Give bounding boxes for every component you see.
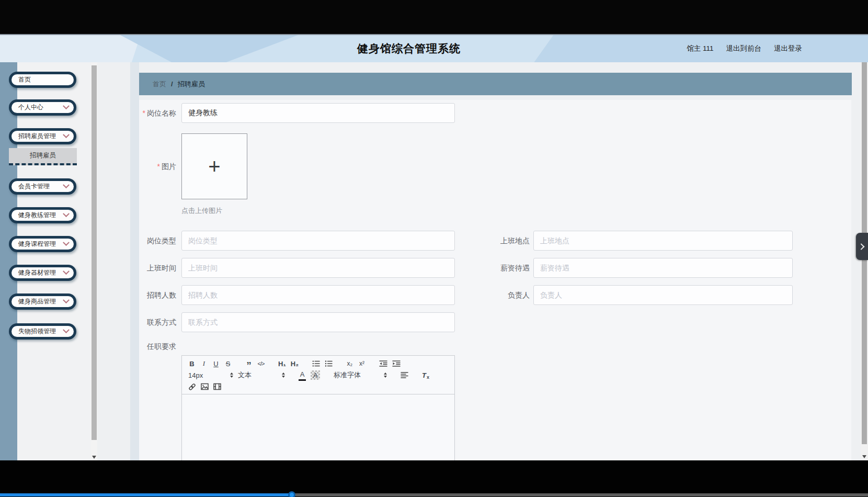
job-name-input[interactable]	[181, 103, 455, 123]
requirements-editor: B I U S ” </> H₁ H₂	[181, 355, 455, 460]
required-marker: *	[143, 109, 145, 117]
sidebar-item-label: 个人中心	[18, 103, 43, 112]
app-header: 健身馆综合管理系统 馆主 111 退出到前台 退出登录	[0, 34, 868, 62]
chevron-down-icon	[63, 210, 70, 217]
toolbar-row-2: 14px 文本 A A 标准字体	[188, 369, 448, 381]
principal-label: 负责人	[495, 285, 530, 305]
italic-button[interactable]: I	[200, 359, 208, 368]
chevron-down-icon	[63, 182, 70, 188]
work-time-label: 上班时间	[139, 258, 176, 278]
logout-link[interactable]: 退出登录	[774, 44, 802, 53]
clean-t: T	[422, 371, 426, 379]
bullet-list-icon[interactable]	[325, 359, 333, 368]
chevron-down-icon	[63, 297, 70, 303]
select-arrows-icon	[384, 372, 387, 378]
select-arrows-icon	[230, 372, 233, 378]
indent-icon[interactable]	[392, 359, 401, 368]
sidebar-item-goods-management[interactable]: 健身商品管理	[9, 293, 76, 310]
code-block-button[interactable]: </>	[257, 359, 265, 368]
sidebar-item-course-management[interactable]: 健身课程管理	[9, 236, 76, 252]
paragraph-value: 文本	[238, 370, 252, 380]
current-user-label: 馆主 111	[687, 44, 713, 53]
sidebar-item-equipment-management[interactable]: 健身器材管理	[9, 265, 76, 281]
image-upload-box[interactable]: +	[181, 133, 247, 199]
sidebar-item-label: 健身商品管理	[18, 297, 56, 306]
bottom-letterbox-bar	[0, 460, 868, 497]
header2-button[interactable]: H₂	[291, 359, 299, 368]
sidebar-subitem-label: 招聘雇员	[30, 151, 56, 160]
chevron-down-icon	[63, 103, 70, 109]
scroll-down-arrow-icon[interactable]	[92, 456, 96, 459]
sidebar-item-label: 会员卡管理	[18, 182, 50, 191]
principal-input[interactable]	[533, 285, 793, 305]
job-type-input[interactable]	[181, 231, 455, 251]
sidebar-item-home[interactable]: 首页	[9, 72, 76, 88]
sidebar-item-label: 健身器材管理	[18, 268, 56, 277]
exit-to-front-link[interactable]: 退出到前台	[726, 44, 762, 53]
clean-x: x	[427, 375, 429, 380]
chevron-down-icon	[63, 326, 70, 333]
sidebar-item-member-card-management[interactable]: 会员卡管理	[9, 178, 76, 195]
ordered-list-icon[interactable]	[312, 359, 320, 368]
breadcrumb-separator: /	[171, 80, 173, 88]
underline-button[interactable]: U	[212, 359, 220, 368]
bold-button[interactable]: B	[188, 359, 196, 368]
work-time-input[interactable]	[181, 258, 455, 278]
chevron-down-icon	[63, 268, 70, 275]
video-progress-played	[0, 493, 289, 496]
sidebar-item-label: 招聘雇员管理	[18, 132, 56, 141]
toolbar-row-1: B I U S ” </> H₁ H₂	[188, 358, 448, 369]
recruit-count-label: 招聘人数	[139, 285, 176, 305]
align-icon[interactable]	[401, 370, 408, 380]
font-size-select[interactable]: 14px	[188, 371, 233, 379]
sidebar-item-lost-found-management[interactable]: 失物招领管理	[9, 323, 76, 340]
sidebar-item-label: 健身教练管理	[18, 211, 56, 220]
header-links: 馆主 111 退出到前台 退出登录	[687, 35, 802, 62]
sidebar-item-label: 健身课程管理	[18, 240, 56, 249]
superscript-button[interactable]: x²	[358, 359, 366, 368]
font-family-value: 标准字体	[334, 370, 361, 380]
sidebar-item-label: 首页	[18, 75, 31, 84]
font-size-value: 14px	[188, 371, 203, 379]
strikethrough-button[interactable]: S	[224, 359, 232, 368]
sidebar-item-coach-management[interactable]: 健身教练管理	[9, 207, 76, 223]
clean-format-button[interactable]: Tx	[422, 370, 429, 380]
scroll-down-arrow-icon[interactable]	[862, 455, 866, 458]
work-place-label: 上班地点	[495, 231, 530, 251]
sidebar-item-recruit-management[interactable]: 招聘雇员管理	[9, 128, 76, 144]
requirements-label: 任职要求	[139, 341, 176, 352]
salary-input[interactable]	[533, 258, 793, 278]
breadcrumb-home[interactable]: 首页	[153, 80, 166, 89]
sidebar-item-personal-center[interactable]: 个人中心	[9, 99, 76, 116]
breadcrumb-current: 招聘雇员	[178, 80, 205, 89]
contact-input[interactable]	[181, 312, 455, 332]
label-text: 岗位名称	[147, 109, 176, 117]
recruit-count-input[interactable]	[181, 285, 455, 305]
editor-toolbar: B I U S ” </> H₁ H₂	[182, 356, 454, 394]
image-label: *图片	[139, 156, 176, 176]
label-text: 图片	[162, 162, 176, 171]
subscript-button[interactable]: x₂	[346, 359, 353, 368]
header1-button[interactable]: H₁	[278, 359, 286, 368]
salary-label: 薪资待遇	[495, 258, 530, 278]
work-place-input[interactable]	[533, 231, 793, 251]
background-color-button[interactable]: A	[311, 370, 320, 380]
main-scrollbar[interactable]	[861, 62, 868, 460]
paragraph-select[interactable]: 文本	[238, 370, 285, 380]
outdent-icon[interactable]	[379, 359, 387, 368]
sidebar-subitem-recruit-employee[interactable]: 招聘雇员	[9, 148, 77, 165]
chevron-down-icon	[63, 131, 70, 138]
video-icon[interactable]	[213, 382, 221, 391]
blockquote-button[interactable]: ”	[245, 361, 253, 370]
font-family-select[interactable]: 标准字体	[334, 370, 387, 380]
image-icon[interactable]	[201, 382, 209, 391]
video-progress-handle[interactable]	[288, 491, 295, 497]
link-icon[interactable]	[188, 382, 196, 391]
top-letterbox-bar	[0, 0, 868, 34]
text-color-button[interactable]: A	[299, 370, 306, 381]
editor-content-area[interactable]	[182, 394, 454, 460]
panel-toggle-tab[interactable]	[856, 233, 868, 260]
video-progress-bar[interactable]	[0, 493, 868, 496]
sidebar-scrollbar-thumb[interactable]	[92, 65, 97, 440]
sidebar-scrollbar[interactable]	[91, 62, 97, 460]
